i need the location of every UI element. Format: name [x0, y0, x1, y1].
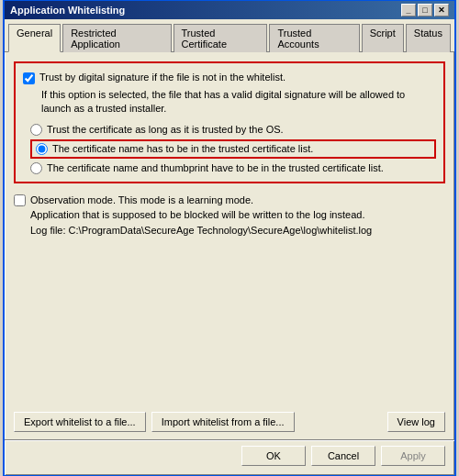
trust-checkbox-row: Trust by digital signature if the file i… [23, 71, 436, 84]
radio-cert-name-label: The certificate name has to be in the tr… [52, 143, 313, 154]
radio-row-cert-name: The certificate name has to be in the tr… [30, 139, 436, 159]
title-bar-buttons: _ □ ✕ [401, 4, 449, 17]
restore-button[interactable]: □ [418, 4, 432, 17]
tab-general[interactable]: General [8, 24, 61, 52]
radio-row-cert-thumbprint: The certificate name and thumbprint have… [30, 162, 436, 174]
apply-button[interactable]: Apply [381, 446, 445, 466]
export-whitelist-button[interactable]: Export whitelist to a file... [14, 412, 146, 432]
trust-signature-label: Trust by digital signature if the file i… [39, 71, 285, 84]
radio-cert-thumbprint[interactable] [30, 162, 42, 174]
observation-mode-checkbox[interactable] [14, 194, 26, 206]
title-bar: Application Whitelisting _ □ ✕ [5, 1, 454, 19]
tab-trusted-accounts[interactable]: Trusted Accounts [269, 24, 359, 52]
ok-button[interactable]: OK [241, 446, 306, 466]
main-content: Trust by digital signature if the file i… [5, 52, 454, 413]
import-whitelist-button[interactable]: Import whitelist from a file... [151, 412, 295, 432]
trust-signature-checkbox[interactable] [23, 72, 35, 84]
tab-bar: General Restricted Application Trusted C… [5, 19, 454, 52]
radio-os-trust-label: Trust the certificate as long as it is t… [47, 124, 284, 135]
ok-cancel-row: OK Cancel Apply [5, 446, 454, 475]
observation-desc-line2: Log file: C:\ProgramData\SecureAge Techn… [30, 225, 372, 236]
observation-desc-line1: Application that is supposed to be block… [30, 209, 364, 220]
radio-row-os-trust: Trust the certificate as long as it is t… [30, 124, 436, 136]
observation-label: Observation mode. This mode is a learnin… [30, 194, 253, 205]
close-button[interactable]: ✕ [434, 4, 449, 17]
observation-text: Observation mode. This mode is a learnin… [30, 193, 372, 238]
separator-line [5, 439, 454, 440]
radio-cert-thumbprint-label: The certificate name and thumbprint have… [47, 162, 384, 173]
cancel-button[interactable]: Cancel [311, 446, 375, 466]
window-title: Application Whitelisting [10, 5, 125, 16]
trust-signature-desc: If this option is selected, the file tha… [23, 88, 436, 116]
radio-cert-name[interactable] [36, 143, 48, 155]
radio-os-trust[interactable] [30, 124, 42, 136]
content-spacer [14, 238, 445, 403]
bottom-buttons-row: Export whitelist to a file... Import whi… [5, 412, 454, 432]
tab-script[interactable]: Script [362, 24, 404, 52]
view-log-button[interactable]: View log [387, 412, 445, 432]
tab-restricted-application[interactable]: Restricted Application [62, 24, 171, 52]
trust-signature-box: Trust by digital signature if the file i… [14, 61, 445, 183]
observation-section: Observation mode. This mode is a learnin… [14, 193, 445, 238]
application-whitelisting-window: Application Whitelisting _ □ ✕ General R… [3, 0, 456, 476]
tab-trusted-certificate[interactable]: Trusted Certificate [174, 24, 268, 52]
tab-status[interactable]: Status [406, 24, 451, 52]
certificate-options-group: Trust the certificate as long as it is t… [23, 124, 436, 174]
minimize-button[interactable]: _ [401, 4, 416, 17]
